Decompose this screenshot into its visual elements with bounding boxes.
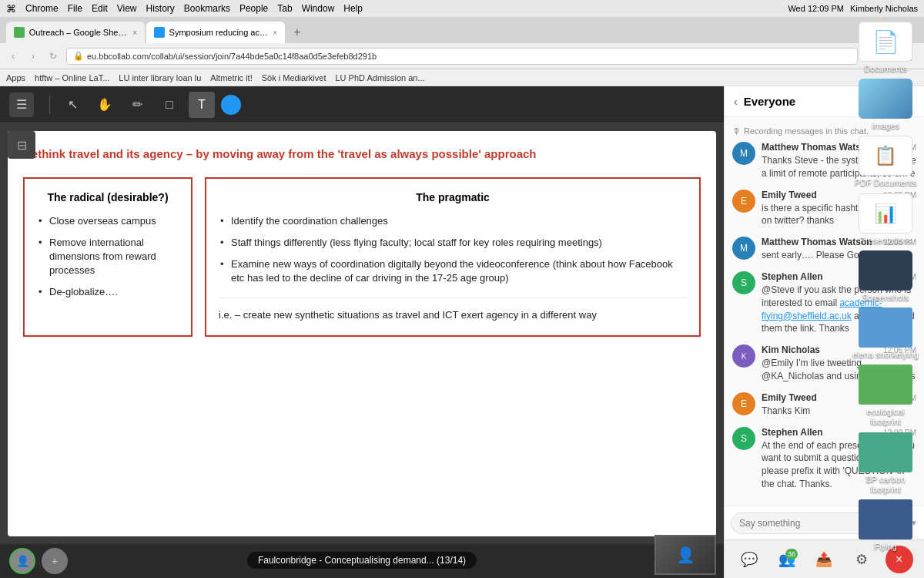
- video-thumbnail: 👤: [654, 535, 716, 575]
- bookmark-htftw[interactable]: htftw – Online LaT...: [35, 73, 109, 82]
- new-tab-button[interactable]: +: [286, 22, 308, 43]
- session-icon[interactable]: ⊟: [8, 131, 35, 159]
- chat-tab-button[interactable]: 💬: [735, 546, 763, 573]
- main-area: ☰ ↖ ✋ ✏ □ T ⊟ Rethink travel and its age…: [0, 86, 924, 578]
- color-picker[interactable]: [221, 95, 241, 115]
- screenshots-icon-label: Screenshots: [862, 293, 909, 303]
- menu-window[interactable]: Window: [302, 3, 335, 14]
- menu-bookmarks[interactable]: Bookmarks: [184, 3, 230, 14]
- chat-msg-name-emily-2: Emily Tweed: [762, 392, 817, 403]
- chat-msg-name-stephen: Stephen Allen: [762, 271, 823, 282]
- slide-content: Rethink travel and its agency – by movin…: [8, 131, 716, 536]
- apple-menu[interactable]: ⌘: [6, 3, 16, 15]
- desktop-icon-images[interactable]: Images: [851, 79, 920, 131]
- refresh-button[interactable]: ↻: [46, 49, 60, 63]
- recording-icon: 🎙: [732, 126, 741, 136]
- images-icon-label: Images: [872, 121, 899, 131]
- menu-toggle[interactable]: ☰: [9, 92, 34, 117]
- desktop-icon-pdf[interactable]: 📋 PDF Documents: [851, 136, 920, 188]
- chat-msg-name-kim: Kim Nicholas: [762, 344, 820, 355]
- desktop-icon-flying[interactable]: Flying: [851, 499, 920, 552]
- menu-history[interactable]: History: [146, 3, 175, 14]
- chat-avatar-matthew-2: M: [732, 237, 755, 260]
- radical-bullet-list: Close overseas campus Remove internation…: [37, 214, 179, 300]
- menu-bar-left: ⌘ Chrome File Edit View History Bookmark…: [6, 3, 363, 15]
- flying-icon-label: Flying: [874, 542, 896, 552]
- back-button[interactable]: ‹: [6, 49, 20, 63]
- tab-symposium[interactable]: Symposium reducing aca... ×: [146, 22, 285, 43]
- tab-favicon-sheets: [14, 27, 25, 38]
- draw-tool[interactable]: ✏: [124, 92, 150, 118]
- tab-label-symposium: Symposium reducing aca...: [169, 28, 269, 37]
- session-label: Faulconbridge - Conceptualising demand..…: [258, 555, 434, 566]
- presentations-icon-label: Presentations: [859, 236, 911, 246]
- pragmatic-bullet-1: Identify the coordination challenges: [219, 214, 687, 228]
- menu-people[interactable]: People: [239, 3, 268, 14]
- pragmatic-note: i.e. – create new synthetic situations a…: [219, 297, 687, 323]
- collab-toolbar: ☰ ↖ ✋ ✏ □ T: [0, 86, 724, 123]
- participants-button[interactable]: 👥 36: [773, 546, 801, 573]
- pdf-icon-preview: 📋: [859, 136, 912, 176]
- chat-avatar-matthew: M: [732, 142, 755, 165]
- ppt-icon-preview: 📊: [859, 193, 912, 234]
- desktop-icon-documents[interactable]: 📄 Documents: [851, 22, 920, 74]
- tab-favicon-symposium: [154, 27, 165, 38]
- lock-icon: 🔒: [73, 51, 84, 61]
- chat-msg-name-stephen-2: Stephen Allen: [762, 427, 823, 438]
- chat-back-button[interactable]: ‹: [734, 96, 738, 108]
- desktop-icon-ecological[interactable]: ecological footprint: [851, 365, 920, 427]
- url-text: eu.bbcollab.com/collab/ui/session/join/7…: [87, 52, 377, 61]
- presenter-avatar[interactable]: 👤: [9, 548, 35, 574]
- desktop-icon-elena[interactable]: elena snorkelying: [851, 307, 920, 360]
- slide-boxes: The radical (desirable?) Close overseas …: [23, 177, 701, 337]
- flying-folder-preview: [859, 499, 912, 539]
- pdf-icon-label: PDF Documents: [855, 178, 917, 188]
- menu-file[interactable]: File: [68, 3, 82, 14]
- elena-icon-label: elena snorkelying: [852, 350, 919, 360]
- shape-tool[interactable]: □: [156, 92, 182, 118]
- toolbar-separator-1: [49, 96, 50, 114]
- menu-help[interactable]: Help: [343, 3, 363, 14]
- bookmark-bar: Apps htftw – Online LaT... LU inter libr…: [0, 69, 924, 86]
- desktop-icon-screenshots[interactable]: Screenshots: [851, 250, 920, 303]
- bookmark-phd[interactable]: LU PhD Admission an...: [335, 73, 424, 82]
- tab-sheets[interactable]: Outreach – Google Sheets ×: [6, 22, 145, 43]
- tab-close-symposium[interactable]: ×: [273, 29, 277, 37]
- menu-user: Kimberly Nicholas: [850, 4, 918, 13]
- slide-area: Rethink travel and its agency – by movin…: [8, 131, 716, 536]
- radical-box-title: The radical (desirable?): [37, 191, 179, 203]
- url-field[interactable]: 🔒 eu.bbcollab.com/collab/ui/session/join…: [66, 48, 858, 65]
- chat-msg-name-emily: Emily Tweed: [762, 190, 817, 200]
- bookmark-sok[interactable]: Sök i Mediarkivet: [262, 73, 326, 82]
- chat-avatar-emily: E: [732, 190, 755, 213]
- menu-tab[interactable]: Tab: [277, 3, 292, 14]
- pragmatic-bullet-list: Identify the coordination challenges Sta…: [219, 214, 687, 286]
- select-tool[interactable]: ↖: [59, 92, 85, 118]
- pragmatic-box-title: The pragmatic: [219, 191, 687, 203]
- session-progress: (13/14): [437, 555, 466, 566]
- ecological-icon-label: ecological footprint: [851, 407, 920, 427]
- tab-close-sheets[interactable]: ×: [132, 29, 137, 37]
- bookmark-library[interactable]: LU inter library loan lu: [119, 73, 201, 82]
- ecological-folder-preview: [859, 365, 912, 405]
- pan-tool[interactable]: ✋: [92, 92, 118, 118]
- desktop-icon-bp-carbon[interactable]: BP carbon footprint: [851, 432, 920, 495]
- desktop-icon-presentations[interactable]: 📊 Presentations: [851, 193, 920, 246]
- menu-edit[interactable]: Edit: [92, 3, 108, 14]
- tab-label-sheets: Outreach – Google Sheets: [29, 28, 128, 37]
- bookmark-apps[interactable]: Apps: [6, 73, 25, 82]
- menu-bar: ⌘ Chrome File Edit View History Bookmark…: [0, 0, 924, 17]
- share-button[interactable]: 📤: [810, 546, 838, 573]
- add-participant[interactable]: +: [42, 548, 68, 574]
- desktop-icons: 📄 Documents Images 📋 PDF Documents 📊 Pre…: [847, 17, 924, 556]
- tab-bar: Outreach – Google Sheets × Symposium red…: [0, 17, 924, 43]
- chat-avatar-kim: K: [732, 344, 755, 368]
- participants-badge: 36: [785, 549, 798, 560]
- bookmark-altmetric[interactable]: Altmetric it!: [210, 73, 252, 82]
- text-tool[interactable]: T: [189, 92, 215, 118]
- pragmatic-bullet-2: Staff things differently (less flying fa…: [219, 236, 687, 250]
- menu-chrome[interactable]: Chrome: [25, 3, 59, 14]
- documents-icon-label: Documents: [864, 64, 907, 74]
- menu-view[interactable]: View: [117, 3, 137, 14]
- forward-button[interactable]: ›: [26, 49, 40, 63]
